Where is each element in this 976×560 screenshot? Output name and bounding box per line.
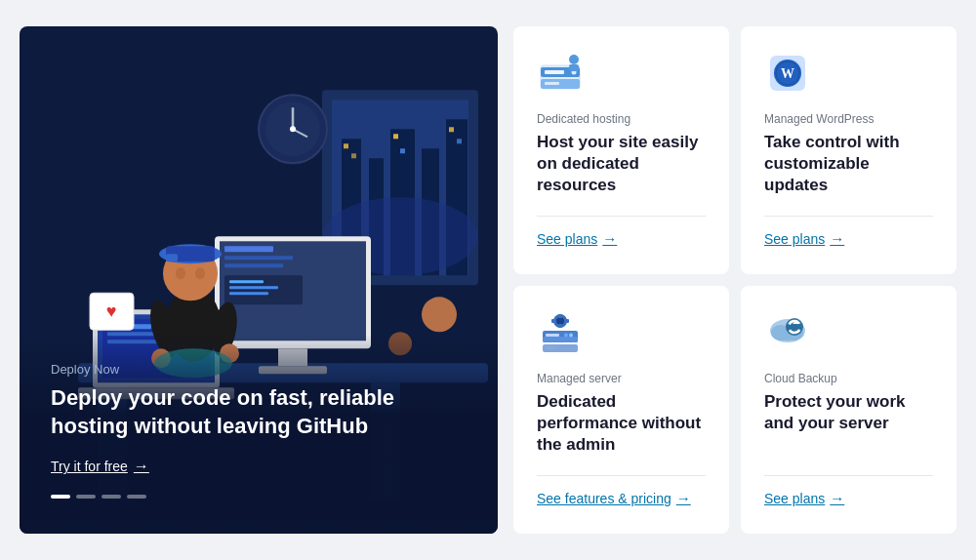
card-1-top: Dedicated hosting Host your site easily … bbox=[537, 50, 706, 216]
svg-rect-31 bbox=[229, 280, 264, 283]
card-4-title: Protect your work and your server bbox=[764, 391, 933, 434]
hero-cta-text: Try it for free bbox=[51, 459, 128, 474]
backup-icon bbox=[764, 309, 811, 356]
hero-cta-link[interactable]: Try it for free → bbox=[51, 458, 149, 475]
svg-point-74 bbox=[564, 334, 568, 338]
card-4-arrow-icon: → bbox=[830, 490, 844, 506]
hero-content: Deploy Now Deploy your code on fast, rel… bbox=[20, 335, 498, 534]
svg-rect-29 bbox=[224, 263, 283, 267]
svg-rect-9 bbox=[351, 153, 356, 158]
carousel-dots bbox=[51, 495, 467, 499]
card-4-link[interactable]: See plans → bbox=[764, 475, 933, 506]
carousel-dot-1[interactable] bbox=[51, 495, 70, 499]
svg-point-46 bbox=[176, 267, 185, 279]
server-icon bbox=[537, 309, 584, 356]
svg-rect-27 bbox=[224, 246, 273, 252]
svg-rect-80 bbox=[565, 319, 569, 323]
card-cloud-backup: Cloud Backup Protect your work and your … bbox=[741, 286, 956, 534]
hero-arrow-icon: → bbox=[134, 458, 149, 475]
svg-rect-13 bbox=[457, 139, 462, 143]
svg-point-76 bbox=[556, 317, 564, 325]
svg-point-19 bbox=[290, 126, 296, 132]
cards-grid: Dedicated hosting Host your site easily … bbox=[513, 26, 956, 535]
svg-rect-72 bbox=[546, 334, 559, 337]
svg-point-55 bbox=[422, 297, 457, 332]
card-4-category: Cloud Backup bbox=[764, 372, 933, 385]
svg-text:♥: ♥ bbox=[106, 301, 117, 321]
svg-rect-82 bbox=[546, 346, 555, 349]
card-3-title: Dedicated performance without the admin bbox=[537, 391, 706, 456]
svg-rect-28 bbox=[224, 256, 293, 260]
svg-point-64 bbox=[569, 55, 579, 64]
svg-rect-63 bbox=[545, 82, 559, 85]
svg-rect-33 bbox=[229, 292, 268, 295]
svg-rect-11 bbox=[400, 148, 405, 153]
card-3-arrow-icon: → bbox=[676, 490, 691, 506]
card-1-arrow-icon: → bbox=[602, 230, 617, 247]
card-dedicated-hosting: Dedicated hosting Host your site easily … bbox=[513, 26, 729, 274]
svg-point-73 bbox=[569, 334, 573, 338]
card-3-link[interactable]: See features & pricing → bbox=[537, 475, 706, 506]
hosting-icon bbox=[537, 50, 584, 97]
card-managed-server: Managed server Dedicated performance wit… bbox=[513, 286, 729, 534]
hero-label: Deploy Now bbox=[51, 362, 467, 377]
card-3-link-text: See features & pricing bbox=[537, 491, 671, 506]
svg-rect-65 bbox=[569, 64, 579, 71]
svg-rect-78 bbox=[558, 324, 562, 328]
card-1-link[interactable]: See plans → bbox=[537, 216, 706, 247]
carousel-dot-2[interactable] bbox=[76, 495, 96, 499]
card-1-title: Host your site easily on dedicated resou… bbox=[537, 132, 706, 196]
svg-rect-71 bbox=[543, 337, 578, 342]
card-4-link-text: See plans bbox=[764, 491, 825, 506]
card-2-title: Take control with customizable updates bbox=[764, 132, 933, 196]
card-2-top: W Managed WordPress Take control with cu… bbox=[764, 50, 933, 216]
card-1-link-text: See plans bbox=[537, 231, 597, 247]
card-4-top: Cloud Backup Protect your work and your … bbox=[764, 309, 933, 454]
svg-rect-45 bbox=[166, 254, 178, 261]
card-3-top: Managed server Dedicated performance wit… bbox=[537, 309, 706, 475]
hero-title: Deploy your code on fast, reliable hosti… bbox=[51, 384, 467, 440]
svg-rect-77 bbox=[558, 314, 562, 318]
svg-rect-60 bbox=[545, 70, 564, 74]
card-managed-wordpress: W Managed WordPress Take control with cu… bbox=[741, 26, 956, 274]
svg-rect-12 bbox=[449, 127, 454, 132]
main-container: ♥ Deploy Now Deploy your code on fast, r… bbox=[20, 26, 956, 535]
svg-rect-32 bbox=[229, 286, 278, 289]
svg-rect-30 bbox=[224, 275, 303, 304]
svg-rect-8 bbox=[344, 143, 348, 148]
card-1-category: Dedicated hosting bbox=[537, 112, 706, 126]
card-2-link[interactable]: See plans → bbox=[764, 216, 933, 247]
wordpress-icon: W bbox=[764, 50, 811, 97]
svg-point-47 bbox=[195, 267, 205, 279]
carousel-dot-3[interactable] bbox=[102, 495, 121, 499]
card-2-category: Managed WordPress bbox=[764, 112, 933, 126]
carousel-dot-4[interactable] bbox=[127, 495, 146, 499]
svg-rect-79 bbox=[551, 319, 555, 323]
svg-rect-10 bbox=[393, 134, 398, 139]
card-2-arrow-icon: → bbox=[830, 230, 844, 247]
card-3-category: Managed server bbox=[537, 372, 706, 385]
card-2-link-text: See plans bbox=[764, 231, 825, 247]
svg-text:W: W bbox=[781, 66, 794, 81]
hero-card: ♥ Deploy Now Deploy your code on fast, r… bbox=[20, 26, 498, 535]
